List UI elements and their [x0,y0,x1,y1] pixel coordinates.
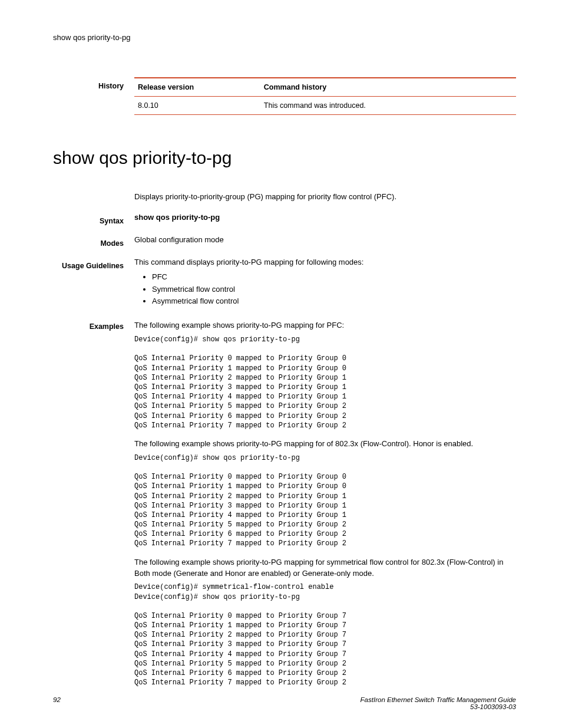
syntax-label: Syntax [53,212,124,225]
running-header: show qos priority-to-pg [53,33,516,42]
usage-guidelines-label: Usage Guidelines [53,257,124,308]
example-desc-1: The following example shows priority-to-… [134,320,516,331]
footer-guide: FastIron Ethernet Switch Traffic Managem… [361,696,516,703]
cell-release: 8.0.10 [134,97,260,115]
col-command-header: Command history [260,78,516,97]
history-label: History [53,77,124,90]
example-code-3: Device(config)# symmetrical-flow-control… [134,582,516,687]
list-item: Asymmetrical flow control [152,296,516,307]
empty-label [53,192,124,203]
table-header-row: Release version Command history [134,78,516,97]
cell-desc: This command was introduced. [260,97,516,115]
footer-docnum: 53-1003093-03 [361,703,516,710]
usage-guidelines-content: This command displays priority-to-PG map… [134,257,516,308]
guidelines-intro: This command displays priority-to-PG map… [134,257,516,268]
history-section: History Release version Command history … [53,77,516,115]
examples-content: The following example shows priority-to-… [134,318,516,696]
history-table: Release version Command history 8.0.10 T… [134,77,516,115]
page-footer: 92 FastIron Ethernet Switch Traffic Mana… [53,696,516,710]
example-desc-2: The following example shows priority-to-… [134,439,516,450]
page-title: show qos priority-to-pg [53,148,516,168]
list-item: Symmetrical flow control [152,284,516,295]
modes-text: Global configuration mode [134,235,516,248]
col-release-header: Release version [134,78,260,97]
example-code-1: Device(config)# show qos priority-to-pg … [134,335,516,430]
example-desc-3: The following example shows priority-to-… [134,557,516,579]
guidelines-list: PFC Symmetrical flow control Asymmetrica… [134,272,516,308]
page-number: 92 [53,696,61,710]
syntax-text: show qos priority-to-pg [134,212,516,225]
examples-label: Examples [53,318,124,696]
list-item: PFC [152,272,516,283]
summary-text: Displays priority-to-priority-group (PG)… [134,192,516,203]
table-row: 8.0.10 This command was introduced. [134,97,516,115]
example-code-2: Device(config)# show qos priority-to-pg … [134,453,516,549]
modes-label: Modes [53,235,124,248]
